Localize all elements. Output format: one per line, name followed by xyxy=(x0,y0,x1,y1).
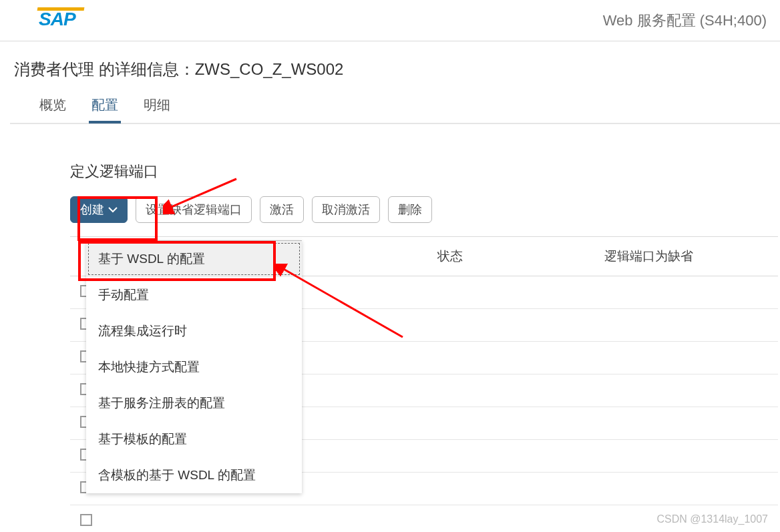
annotation-box-create xyxy=(77,196,158,241)
sap-logo: SAP xyxy=(39,9,75,30)
col-default: 逻辑端口为缺省 xyxy=(596,237,778,276)
row-checkbox[interactable] xyxy=(80,514,92,526)
annotation-arrow-2 xyxy=(276,264,409,344)
create-menu-item-3[interactable]: 本地快捷方式配置 xyxy=(86,349,302,385)
annotation-arrow-1 xyxy=(163,178,243,218)
tab-config[interactable]: 配置 xyxy=(91,96,118,122)
tab-overview[interactable]: 概览 xyxy=(39,96,66,122)
create-menu-item-1[interactable]: 手动配置 xyxy=(86,277,302,313)
create-menu-item-5[interactable]: 基于模板的配置 xyxy=(86,421,302,457)
create-menu-item-6[interactable]: 含模板的基于 WSDL 的配置 xyxy=(86,457,302,493)
deactivate-button[interactable]: 取消激活 xyxy=(312,196,380,223)
tabstrip: 概览 配置 明细 xyxy=(10,96,780,124)
page-title: 消费者代理 的详细信息：ZWS_CO_Z_WS002 xyxy=(10,41,780,96)
create-menu-item-2[interactable]: 流程集成运行时 xyxy=(86,313,302,349)
top-bar: SAP Web 服务配置 (S4H;400) xyxy=(0,0,780,41)
watermark: CSDN @1314lay_1007 xyxy=(656,513,768,525)
tab-details[interactable]: 明细 xyxy=(144,96,170,122)
col-status: 状态 xyxy=(429,237,596,276)
svg-line-0 xyxy=(168,179,236,208)
annotation-box-menuitem xyxy=(78,241,276,281)
delete-button[interactable]: 删除 xyxy=(388,196,432,223)
activate-button[interactable]: 激活 xyxy=(260,196,304,223)
app-title: Web 服务配置 (S4H;400) xyxy=(603,11,767,31)
create-menu-item-4[interactable]: 基于服务注册表的配置 xyxy=(86,385,302,421)
svg-line-1 xyxy=(281,268,403,337)
